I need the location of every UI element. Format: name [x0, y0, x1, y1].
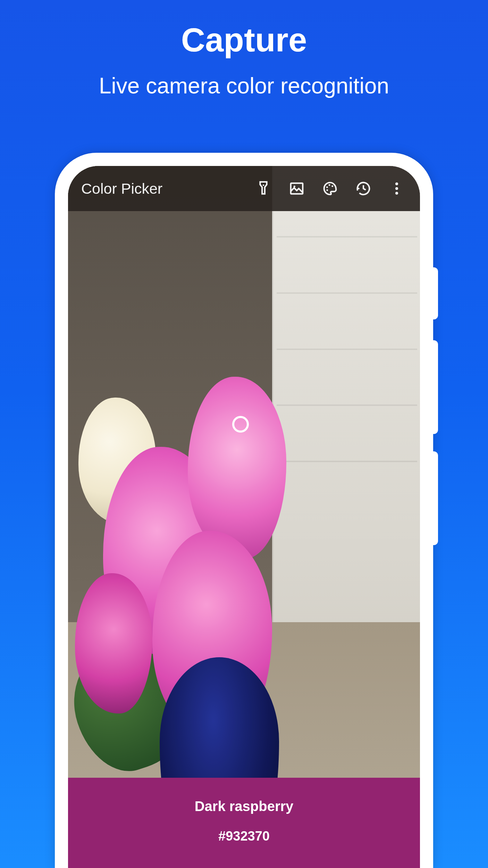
color-result-panel[interactable]: Dark raspberry #932370	[68, 778, 420, 868]
phone-side-button	[433, 451, 438, 545]
app-bar: Color Picker	[68, 166, 420, 211]
history-icon[interactable]	[350, 175, 377, 202]
crosshair-target[interactable]	[232, 416, 249, 433]
svg-point-8	[395, 187, 398, 190]
phone-screen: Color Picker Dark raspberry #932370	[68, 166, 420, 868]
svg-point-4	[329, 184, 330, 186]
svg-point-7	[395, 183, 398, 185]
color-name-label: Dark raspberry	[75, 799, 413, 814]
more-icon[interactable]	[383, 175, 410, 202]
flashlight-icon[interactable]	[250, 175, 277, 202]
svg-point-2	[294, 186, 295, 187]
phone-side-button	[433, 340, 438, 434]
hero-title: Capture	[0, 21, 488, 59]
svg-point-3	[326, 186, 328, 188]
gallery-icon[interactable]	[283, 175, 310, 202]
phone-frame: Color Picker Dark raspberry #932370	[55, 153, 433, 868]
svg-point-6	[326, 189, 328, 191]
hero-subtitle: Live camera color recognition	[0, 73, 488, 99]
app-title: Color Picker	[81, 180, 162, 197]
svg-point-9	[395, 192, 398, 194]
phone-side-button	[433, 267, 438, 319]
color-hex-label: #932370	[75, 829, 413, 844]
svg-point-5	[331, 185, 333, 187]
palette-icon[interactable]	[317, 175, 344, 202]
camera-viewfinder[interactable]	[68, 166, 420, 868]
